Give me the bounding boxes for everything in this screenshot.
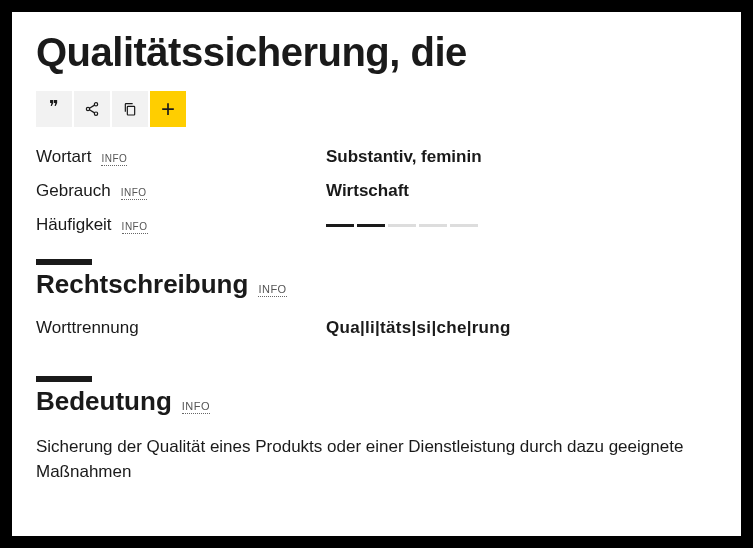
property-label: Gebrauch xyxy=(36,181,111,201)
plus-icon: + xyxy=(161,97,175,121)
property-value: Substantiv, feminin xyxy=(326,147,482,167)
svg-point-0 xyxy=(94,103,97,106)
section-title-rechtschreibung: Rechtschreibung INFO xyxy=(36,269,717,300)
svg-line-3 xyxy=(89,105,94,108)
info-link[interactable]: INFO xyxy=(182,400,210,414)
section-rechtschreibung: Rechtschreibung INFO Worttrennung Qua|li… xyxy=(36,259,717,338)
svg-point-1 xyxy=(86,107,89,110)
svg-rect-5 xyxy=(127,106,134,115)
property-value: Wirtschaft xyxy=(326,181,409,201)
frequency-meter xyxy=(326,224,478,227)
info-link[interactable]: INFO xyxy=(101,153,127,166)
property-row-worttrennung: Worttrennung Qua|li|täts|si|che|rung xyxy=(36,318,717,338)
info-link[interactable]: INFO xyxy=(122,221,148,234)
share-icon xyxy=(84,101,100,117)
definition-text: Sicherung der Qualität eines Produkts od… xyxy=(36,435,717,484)
info-link[interactable]: INFO xyxy=(258,283,286,297)
section-bedeutung: Bedeutung INFO Sicherung der Qualität ei… xyxy=(36,376,717,484)
frequency-bar xyxy=(326,224,354,227)
dictionary-entry: Qualitätssicherung, die ❞ + Wortart INFO xyxy=(12,12,741,536)
syllabification: Qua|li|täts|si|che|rung xyxy=(326,318,511,338)
frequency-bar xyxy=(357,224,385,227)
entry-toolbar: ❞ + xyxy=(36,91,717,127)
section-title-bedeutung: Bedeutung INFO xyxy=(36,386,717,417)
property-label: Wortart xyxy=(36,147,91,167)
info-link[interactable]: INFO xyxy=(121,187,147,200)
headword-title: Qualitätssicherung, die xyxy=(36,30,717,75)
property-row-gebrauch: Gebrauch INFO Wirtschaft xyxy=(36,181,717,201)
property-label: Worttrennung xyxy=(36,318,139,338)
section-rule xyxy=(36,259,92,265)
section-rule xyxy=(36,376,92,382)
add-button[interactable]: + xyxy=(150,91,186,127)
property-row-haeufigkeit: Häufigkeit INFO xyxy=(36,215,717,235)
property-label: Häufigkeit xyxy=(36,215,112,235)
section-title-text: Bedeutung xyxy=(36,386,172,417)
share-button[interactable] xyxy=(74,91,110,127)
copy-icon xyxy=(122,101,138,117)
frequency-bar xyxy=(388,224,416,227)
frequency-bar xyxy=(450,224,478,227)
quote-button[interactable]: ❞ xyxy=(36,91,72,127)
copy-button[interactable] xyxy=(112,91,148,127)
property-row-wortart: Wortart INFO Substantiv, feminin xyxy=(36,147,717,167)
quote-icon: ❞ xyxy=(49,98,59,116)
svg-line-4 xyxy=(89,110,94,113)
svg-point-2 xyxy=(94,112,97,115)
frequency-bar xyxy=(419,224,447,227)
properties-block: Wortart INFO Substantiv, feminin Gebrauc… xyxy=(36,147,717,235)
section-title-text: Rechtschreibung xyxy=(36,269,248,300)
